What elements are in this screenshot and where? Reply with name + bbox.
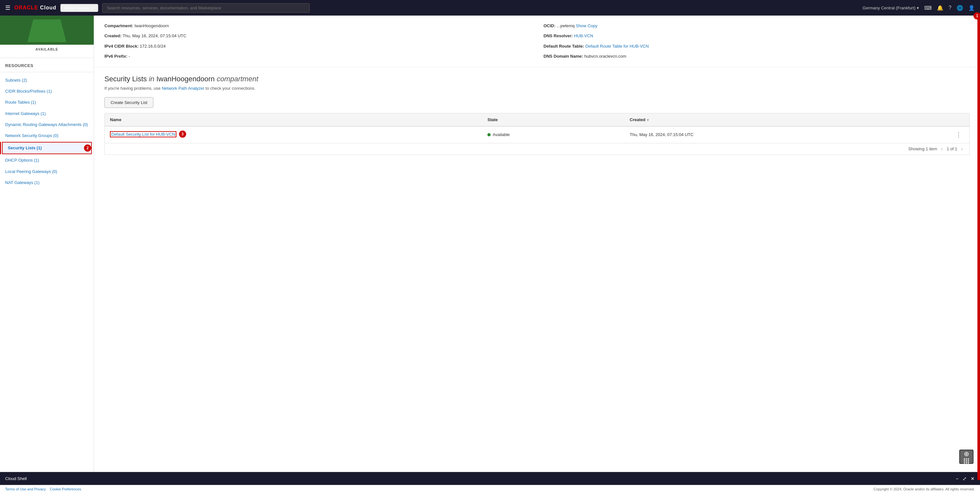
table-footer: Showing 1 item ‹ 1 of 1 › [105, 143, 969, 154]
ocid-copy-link[interactable]: Copy [588, 23, 597, 28]
region-chevron-icon: ▾ [917, 5, 919, 10]
help-widget-grid [964, 458, 969, 463]
sidebar-divider-top [0, 58, 94, 58]
dns-resolver-label: DNS Resolver: [544, 33, 573, 38]
security-list-name-box: Default Security List for HUB-VCN [110, 131, 177, 137]
menu-hamburger-icon[interactable]: ☰ [5, 4, 10, 11]
sidebar-item-internet-gateways[interactable]: Internet Gateways (1) [0, 108, 94, 119]
section-title-compartment: IwanHoogendoorn [156, 75, 215, 83]
resources-section-title: Resources [0, 60, 94, 69]
dns-resolver-link[interactable]: HUB-VCN [574, 33, 593, 38]
annotation-badge-2: 2 [84, 144, 91, 152]
section-subtitle: If you're having problems, use Network P… [104, 86, 970, 91]
table-cell-created: Thu, May 16, 2024, 07:15:04 UTC [625, 126, 948, 143]
pagination-next-button[interactable]: › [960, 146, 964, 152]
console-icon[interactable]: ⌨ [924, 5, 932, 11]
cloud-shell-minimize-button[interactable]: − [956, 476, 959, 482]
default-route-row: Default Route Table: Default Route Table… [544, 43, 970, 50]
ipv6-row: IPv6 Prefix: - [104, 52, 531, 60]
sidebar-item-route-tables[interactable]: Route Tables (1) [0, 97, 94, 108]
sidebar-item-security-lists-wrapper: Security Lists (1) 2 [0, 142, 94, 154]
pagination-prev-button[interactable]: ‹ [940, 146, 944, 152]
help-widget-icon: ⊕ [964, 450, 969, 458]
table-header-state[interactable]: State [482, 113, 625, 126]
cookie-preferences-link[interactable]: Cookie Preferences [50, 487, 81, 491]
help-dot-6 [968, 460, 969, 461]
cloud-shell-close-button[interactable]: ✕ [970, 476, 975, 482]
help-question-icon[interactable]: ? [948, 5, 951, 11]
row-actions-kebab-button[interactable]: ⋮ [953, 130, 964, 139]
sidebar-item-nsg[interactable]: Network Security Groups (0) [0, 130, 94, 141]
compartment-label: Compartment: [104, 23, 133, 28]
state-dot-icon [487, 133, 491, 136]
default-route-link[interactable]: Default Route Table for HUB-VCN [585, 44, 649, 49]
section-title-start: Security Lists [104, 75, 147, 83]
pagination-info: 1 of 1 [947, 146, 957, 151]
region-label: Germany Central (Frankfurt) [862, 5, 915, 10]
default-route-label: Default Route Table: [544, 44, 584, 49]
sidebar-item-nat[interactable]: NAT Gateways (1) [0, 177, 94, 188]
table-header-actions [948, 113, 969, 126]
create-security-list-button[interactable]: Create Security List [104, 97, 153, 108]
help-dot-2 [966, 458, 967, 460]
region-selector[interactable]: Germany Central (Frankfurt) ▾ [862, 5, 919, 10]
terms-link[interactable]: Terms of Use and Privacy [5, 487, 46, 491]
dns-resolver-row: DNS Resolver: HUB-VCN [544, 32, 970, 40]
ipv6-label: IPv6 Prefix: [104, 54, 127, 59]
help-dot-1 [964, 458, 965, 460]
footer-copyright: Copyright © 2024, Oracle and/or its affi… [873, 487, 975, 491]
network-path-analyzer-link[interactable]: Network Path Analyzer [162, 86, 205, 91]
security-lists-table: Name State Created Default Security List… [105, 113, 969, 143]
vcn-info-grid: Compartment: IwanHoogendoorn OCID: ...yw… [104, 22, 970, 60]
help-dot-9 [968, 462, 969, 463]
cloud-shell-title: Cloud Shell [5, 476, 952, 481]
table-header-name[interactable]: Name [105, 113, 482, 126]
cloud-shell-icons: − ⤢ ✕ [956, 476, 975, 482]
table-header-row: Name State Created [105, 113, 969, 126]
help-dot-3 [968, 458, 969, 460]
sidebar-item-security-lists[interactable]: Security Lists (1) [3, 143, 91, 154]
help-dot-4 [964, 460, 965, 461]
ipv4-row: IPv4 CIDR Block: 172.16.0.0/24 [104, 43, 531, 50]
sidebar-item-security-lists-box: Security Lists (1) [2, 142, 92, 154]
table-header-created[interactable]: Created [625, 113, 948, 126]
vcn-available-status: AVAILABLE [0, 45, 94, 55]
footer-left: Terms of Use and Privacy Cookie Preferen… [5, 487, 81, 491]
ipv6-value: - [129, 54, 130, 59]
table-row: Default Security List for HUB-VCN 3 Avai… [105, 126, 969, 143]
ocid-show-link[interactable]: Show [576, 23, 587, 28]
created-row: Created: Thu, May 16, 2024, 07:15:04 UTC [104, 32, 531, 40]
sidebar-item-cidr[interactable]: CIDR Blocks/Prefixes (1) [0, 86, 94, 97]
table-cell-state: Available [482, 126, 625, 143]
vcn-info-section: Compartment: IwanHoogendoorn OCID: ...yw… [94, 16, 980, 67]
sidebar-item-dhcp[interactable]: DHCP Options (1) [0, 155, 94, 166]
sidebar-item-subnets[interactable]: Subnets (2) [0, 75, 94, 86]
security-list-link[interactable]: Default Security List for HUB-VCN [111, 132, 175, 137]
state-available-indicator: Available [487, 132, 619, 137]
content-area: Compartment: IwanHoogendoorn OCID: ...yw… [94, 16, 980, 472]
help-dot-8 [966, 462, 967, 463]
page-footer: Terms of Use and Privacy Cookie Preferen… [0, 485, 980, 493]
notification-bell-icon[interactable]: 🔔 [937, 5, 943, 11]
language-globe-icon[interactable]: 🌐 [957, 5, 963, 11]
compartment-val: IwanHoogendoorn [134, 23, 169, 28]
top-navigation: ☰ ORACLE Cloud Cloud Classic > Germany C… [0, 0, 980, 16]
sidebar-divider-resources [0, 72, 94, 72]
cloud-classic-button[interactable]: Cloud Classic > [60, 4, 98, 12]
ocid-label: OCID: [544, 23, 555, 28]
search-input[interactable] [102, 3, 310, 13]
subtitle-text: If you're having problems, use [104, 86, 161, 91]
dns-domain-label: DNS Domain Name: [544, 54, 583, 59]
sidebar-item-lpg[interactable]: Local Peering Gateways (0) [0, 166, 94, 177]
state-value: Available [493, 132, 510, 137]
ocid-value: ...ywtemq [557, 23, 574, 28]
created-value: Thu, May 16, 2024, 07:15:04 UTC [123, 33, 186, 38]
vcn-header-graphic [0, 16, 94, 45]
sidebar-item-drg[interactable]: Dynamic Routing Gateways Attachments (0) [0, 119, 94, 130]
cloud-shell-maximize-button[interactable]: ⤢ [963, 476, 967, 482]
user-profile-icon[interactable]: 👤 [968, 5, 975, 11]
table-cell-name: Default Security List for HUB-VCN 3 [105, 126, 482, 143]
help-widget[interactable]: ⊕ [959, 450, 974, 464]
help-dot-5 [966, 460, 967, 461]
main-layout: AVAILABLE Resources Subnets (2) CIDR Blo… [0, 16, 980, 472]
